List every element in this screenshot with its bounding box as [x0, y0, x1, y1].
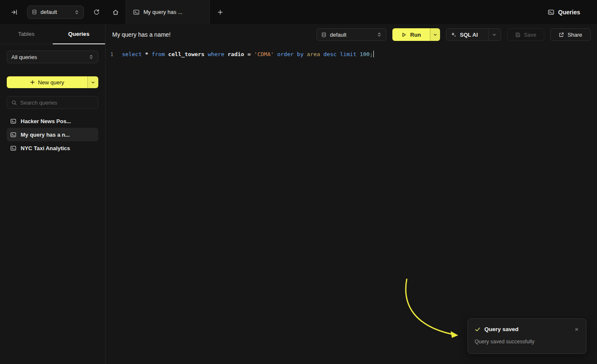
sql-token-plain	[357, 51, 360, 57]
sql-token-ident: cell_towers	[168, 51, 205, 57]
chevron-down-icon	[492, 32, 497, 37]
queries-filter-value: All queries	[11, 54, 85, 60]
save-button[interactable]: Save	[507, 28, 544, 41]
run-button-main[interactable]: Run	[392, 28, 430, 41]
search-icon	[11, 100, 17, 105]
share-button-label: Share	[567, 32, 582, 38]
query-icon	[10, 118, 16, 124]
queries-filter-select[interactable]: All queries	[7, 51, 98, 63]
new-query-label: New query	[38, 79, 64, 86]
query-icon	[10, 145, 16, 151]
sidebar-tab-tables[interactable]: Tables	[0, 24, 53, 44]
queries-link-label: Queries	[558, 9, 580, 16]
run-button[interactable]: Run	[392, 28, 440, 41]
play-icon	[401, 32, 407, 38]
query-list: Hacker News Pos... My query has a n...	[7, 114, 98, 155]
home-icon	[112, 9, 119, 16]
sql-line-tokens: select * from cell_towers where radio = …	[122, 51, 373, 57]
new-query-dropdown[interactable]	[87, 76, 98, 88]
sql-token-kw: where	[208, 51, 224, 57]
main-header: My query has a name! default	[106, 24, 597, 45]
sql-ai-label: SQL AI	[460, 32, 478, 38]
toast-title: Query saved	[484, 326, 519, 332]
query-list-item[interactable]: NYC Taxi Analytics	[7, 141, 98, 155]
query-icon	[10, 132, 16, 138]
page-title: My query has a name!	[112, 31, 171, 38]
editor-tabstrip: My query has ...	[105, 0, 231, 24]
query-list-item-selected[interactable]: My query has a n...	[7, 128, 98, 141]
refresh-icon	[93, 9, 100, 15]
chevron-updown-icon	[74, 10, 79, 15]
save-button-label: Save	[524, 32, 537, 38]
query-icon	[133, 9, 140, 16]
sql-token-kw: limit	[340, 51, 357, 57]
sql-code-line[interactable]: 1 select * from cell_towers where radio …	[106, 49, 597, 59]
toast-message: Query saved successfully	[475, 339, 579, 345]
text-cursor	[373, 51, 374, 57]
chevron-down-icon	[91, 80, 95, 85]
sidebar-tab-queries[interactable]: Queries	[53, 24, 105, 44]
share-icon	[559, 32, 564, 38]
query-item-label: NYC Taxi Analytics	[21, 145, 70, 151]
header-controls: default Run	[316, 28, 591, 41]
sql-token-plain	[320, 51, 324, 57]
sql-token-field: area	[307, 51, 320, 57]
sql-token-plain	[165, 51, 168, 57]
query-item-label: Hacker News Pos...	[21, 118, 71, 124]
main-database-value: default	[330, 32, 373, 38]
sql-token-plain	[274, 51, 277, 57]
sidebar-tabs: Tables Queries	[0, 24, 105, 44]
topbar-database-select[interactable]: default	[27, 5, 84, 19]
toast-query-saved: Query saved × Query saved successfully	[467, 318, 586, 354]
sql-token-num: 100	[360, 51, 370, 57]
database-icon	[32, 9, 37, 15]
query-list-item[interactable]: Hacker News Pos...	[7, 114, 98, 128]
sql-token-num: ;	[370, 51, 373, 57]
sql-editor[interactable]: 1 select * from cell_towers where radio …	[106, 45, 597, 59]
chevron-down-icon	[433, 32, 438, 37]
sql-token-kw: from	[151, 51, 165, 57]
search-queries-input[interactable]	[20, 100, 94, 106]
tab-my-query[interactable]: My query has ...	[126, 0, 210, 24]
new-query-main[interactable]: New query	[7, 76, 87, 88]
check-icon	[475, 326, 481, 332]
sql-token-str: 'CDMA'	[254, 51, 274, 57]
search-queries-box	[7, 96, 98, 109]
toast-header: Query saved ×	[475, 325, 579, 333]
database-icon	[321, 32, 327, 38]
new-query-button[interactable]: New query	[7, 76, 98, 88]
sql-token-plain	[205, 51, 208, 57]
toast-close-button[interactable]: ×	[574, 325, 579, 333]
topbar-queries-link[interactable]: Queries	[548, 0, 580, 24]
queries-icon	[548, 9, 554, 16]
line-number: 1	[106, 51, 118, 57]
run-options-dropdown[interactable]	[430, 28, 440, 41]
sql-token-kw: desc	[324, 51, 337, 57]
sql-token-kw: select	[122, 51, 142, 57]
save-icon	[515, 32, 521, 38]
main-area: My query has a name! default	[106, 24, 597, 364]
collapse-sidebar-icon	[11, 9, 18, 16]
sql-token-plain	[337, 51, 340, 57]
sql-token-plain	[142, 51, 145, 57]
sql-ai-button[interactable]: SQL AI	[446, 28, 501, 41]
plus-icon	[217, 9, 223, 15]
refresh-button[interactable]	[92, 7, 101, 17]
sidebar-body: All queries New query	[0, 44, 105, 155]
sidebar: Tables Queries All queries New query	[0, 24, 105, 364]
sql-token-kw: order by	[277, 51, 304, 57]
topbar-left-cluster: default	[0, 5, 105, 19]
sql-token-op: *	[145, 51, 149, 57]
plus-icon	[30, 80, 35, 85]
new-tab-button[interactable]	[210, 0, 231, 24]
main-database-select[interactable]: default	[316, 28, 386, 41]
topbar: default	[0, 0, 597, 24]
divider	[488, 29, 489, 40]
share-button[interactable]: Share	[550, 28, 591, 41]
chevron-updown-icon	[377, 32, 382, 37]
sql-token-plain	[251, 51, 254, 57]
home-button[interactable]	[105, 0, 126, 24]
run-button-label: Run	[410, 32, 421, 38]
query-item-label: My query has a n...	[21, 132, 70, 138]
collapse-sidebar-button[interactable]	[9, 7, 19, 17]
